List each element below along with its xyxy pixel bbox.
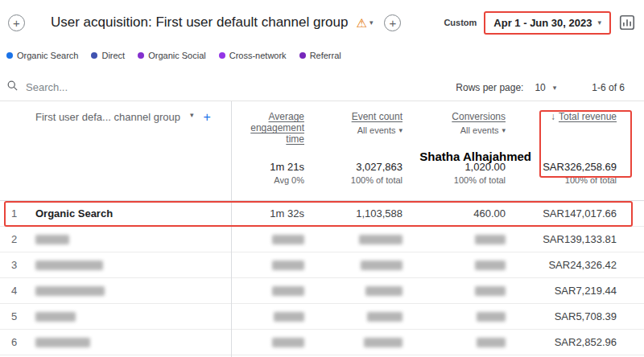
legend-dot bbox=[138, 52, 144, 59]
redacted-value bbox=[364, 338, 402, 347]
chevron-down-icon: ▾ bbox=[398, 126, 402, 134]
redacted-value bbox=[361, 261, 402, 270]
engagement-value: 1m 32s bbox=[231, 207, 308, 220]
date-range-value: Apr 1 - Jun 30, 2023 bbox=[493, 17, 592, 29]
table-row[interactable]: 1 Organic Search 1m 32s 1,103,588 460.00… bbox=[0, 201, 644, 227]
dimension-header[interactable]: First user defa... channel group ▾ + bbox=[0, 111, 231, 153]
legend-item: Referral bbox=[299, 51, 341, 60]
column-header-total-revenue[interactable]: ↓ Total revenue bbox=[509, 111, 644, 153]
totals-row: 1m 21s 3,027,863 1,020.00 SAR326,258.69 bbox=[0, 161, 644, 173]
total-engagement: 1m 21s bbox=[231, 161, 308, 173]
redacted-value bbox=[477, 338, 506, 347]
legend-item: Direct bbox=[91, 51, 125, 60]
legend-dot bbox=[219, 52, 225, 59]
legend-item: Cross-network bbox=[219, 51, 287, 60]
redacted-value bbox=[35, 338, 90, 347]
event-count-value: 1,103,588 bbox=[308, 207, 406, 220]
add-filter-button[interactable]: + bbox=[384, 14, 401, 31]
redacted-value bbox=[367, 312, 402, 322]
report-header: + User acquisition: First user default c… bbox=[0, 0, 644, 45]
customize-report-icon[interactable] bbox=[618, 14, 636, 31]
revenue-value: SAR7,219.44 bbox=[509, 285, 644, 297]
chevron-down-icon: ▾ bbox=[369, 18, 374, 27]
table-row[interactable]: 2 SAR139,133.81 bbox=[0, 227, 644, 252]
ga4-user-acquisition-report: + User acquisition: First user default c… bbox=[0, 0, 644, 357]
redacted-value bbox=[274, 312, 304, 322]
table-row[interactable]: 6 SAR2,852.96 bbox=[0, 330, 644, 355]
chart-legend: Organic Search Direct Organic Social Cro… bbox=[6, 47, 644, 64]
revenue-value: SAR2,852.96 bbox=[509, 336, 644, 348]
row-number: 6 bbox=[0, 336, 29, 348]
redacted-value bbox=[475, 235, 506, 244]
redacted-value bbox=[35, 261, 103, 270]
table-body: 1 Organic Search 1m 32s 1,103,588 460.00… bbox=[0, 201, 644, 355]
search-input[interactable] bbox=[26, 81, 187, 93]
redacted-value bbox=[35, 286, 105, 296]
column-header-engagement[interactable]: Average engagement time bbox=[231, 111, 308, 153]
add-comparison-button[interactable]: + bbox=[8, 14, 25, 31]
redacted-value bbox=[475, 261, 506, 270]
pagination-range: 1-6 of 6 bbox=[592, 82, 625, 93]
revenue-value: SAR5,708.39 bbox=[509, 310, 644, 322]
totals-notes-row: Avg 0% 100% of total 100% of total 100% … bbox=[0, 175, 644, 185]
redacted-value bbox=[475, 286, 506, 296]
redacted-value bbox=[272, 235, 304, 244]
legend-dot bbox=[91, 52, 97, 59]
column-header-event-count[interactable]: Event count All events ▾ bbox=[308, 111, 406, 153]
column-divider bbox=[231, 101, 232, 357]
redacted-value bbox=[359, 235, 402, 244]
conversions-filter[interactable]: All events ▾ bbox=[460, 125, 506, 135]
redacted-value bbox=[365, 286, 402, 296]
redacted-value bbox=[35, 312, 76, 322]
date-range-type-label: Custom bbox=[444, 18, 477, 27]
legend-dot bbox=[299, 52, 306, 59]
table-toolbar: Rows per page: 10 ▾ 1-6 of 6 bbox=[0, 74, 644, 101]
add-dimension-button[interactable]: + bbox=[203, 111, 210, 124]
revenue-value: SAR24,326.42 bbox=[509, 259, 644, 271]
chevron-down-icon: ▾ bbox=[502, 126, 506, 134]
chevron-down-icon: ▾ bbox=[597, 18, 601, 27]
channel-name: Organic Search bbox=[29, 207, 231, 220]
legend-dot bbox=[6, 52, 13, 59]
redacted-value bbox=[272, 338, 304, 347]
table-row[interactable]: 4 SAR7,219.44 bbox=[0, 278, 644, 304]
watermark-text: Shatha Alhajahmed bbox=[338, 150, 531, 163]
redacted-value bbox=[477, 312, 506, 322]
table-row[interactable]: 3 SAR24,326.42 bbox=[0, 252, 644, 278]
legend-item: Organic Search bbox=[6, 51, 78, 60]
row-number: 3 bbox=[0, 259, 29, 271]
row-number: 1 bbox=[0, 207, 29, 220]
row-number: 5 bbox=[0, 310, 29, 322]
warning-triangle-icon: ⚠ bbox=[356, 17, 366, 29]
legend-item: Organic Social bbox=[138, 51, 206, 60]
redacted-value bbox=[35, 235, 69, 244]
row-number: 2 bbox=[0, 233, 29, 245]
search-icon bbox=[6, 80, 19, 95]
redacted-value bbox=[272, 286, 304, 296]
conversions-value: 460.00 bbox=[406, 207, 509, 220]
rows-per-page-label: Rows per page: bbox=[456, 82, 523, 93]
data-quality-warning-dropdown[interactable]: ⚠ ▾ bbox=[356, 17, 373, 29]
page-title: User acquisition: First user default cha… bbox=[51, 14, 348, 31]
revenue-value: SAR147,017.66 bbox=[509, 207, 644, 220]
date-range-selector[interactable]: Apr 1 - Jun 30, 2023 ▾ bbox=[484, 11, 611, 35]
column-header-conversions[interactable]: Conversions All events ▾ bbox=[406, 111, 509, 153]
chevron-down-icon: ▾ bbox=[553, 84, 557, 92]
rows-per-page-select[interactable]: 10 ▾ bbox=[535, 82, 556, 93]
sort-descending-icon: ↓ bbox=[551, 111, 555, 122]
redacted-value bbox=[272, 261, 304, 270]
chevron-down-icon: ▾ bbox=[190, 111, 194, 119]
row-number: 4 bbox=[0, 285, 29, 297]
event-count-filter[interactable]: All events ▾ bbox=[357, 125, 402, 135]
table-row[interactable]: 5 SAR5,708.39 bbox=[0, 304, 644, 330]
revenue-value: SAR139,133.81 bbox=[509, 233, 644, 245]
table-header: First user defa... channel group ▾ + Ave… bbox=[0, 101, 644, 201]
